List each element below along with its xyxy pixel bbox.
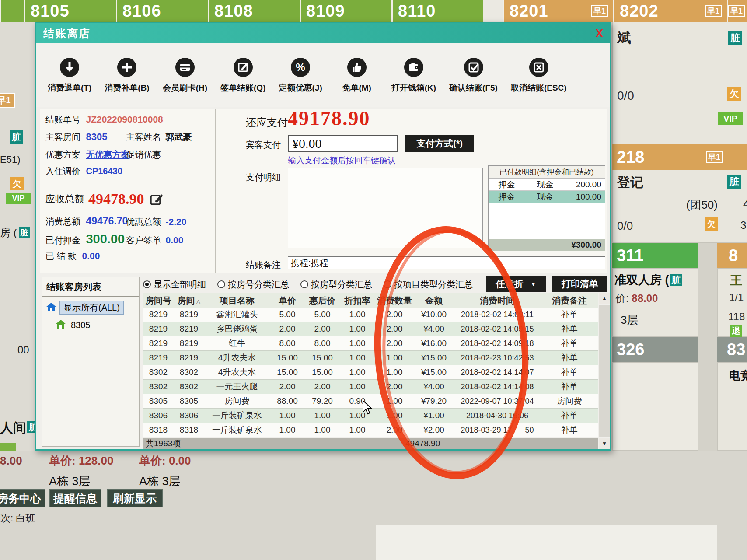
room-card-83x-header[interactable]: 83 [717,337,747,362]
room-card-header[interactable]: 8202早1 [613,0,727,22]
discount-row: 优惠总额 -2.20 [126,216,186,228]
column-header[interactable]: 折扣率 [340,295,375,307]
table-cell: ¥4.00 [414,382,454,392]
cash-drawer-button[interactable]: 打开钱箱(K) [391,57,436,94]
breakfast-badge: 早1 [705,5,722,17]
plan-link[interactable]: 无优惠方案 [86,150,129,159]
room-card-8xx-body[interactable]: 王 1/1 118 退 [717,268,747,337]
table-cell: 2018-04-30 16:06 [454,411,541,420]
table-row[interactable]: 83058305房间费88.0079.200.901.00¥79.202022-… [143,394,598,409]
adjust-link[interactable]: CP16430 [86,166,122,176]
percent-button[interactable]: %定额优惠(J) [279,57,322,94]
table-row[interactable]: 830283024升农夫水15.0015.001.001.00¥15.00201… [143,365,598,380]
table-cell: 补单 [541,424,598,436]
pay-hint: 输入支付金额后按回车键确认 [288,155,396,166]
table-cell: 8219 [143,324,174,334]
paid-type: 押金 [489,191,525,203]
paid-detail-title: 已付款明细(含押金和已结款) [489,166,605,178]
pay-method-button[interactable]: 支付方式(*) [405,135,474,152]
print-list-button[interactable]: 打印清单 [552,276,607,292]
dialog-titlebar[interactable]: 结账离店 X [36,23,610,43]
sign-bill-button[interactable]: 签单结账(Q) [220,57,265,94]
room-number: 8202 [614,2,659,21]
table-cell: 5.00 [270,310,305,319]
room-card-218-header[interactable]: 218 早1 [612,144,747,170]
member-card-button[interactable]: 会员刷卡(H) [163,57,207,94]
checkout-dialog: 结账离店 X 消费退单(T)消费补单(B)会员刷卡(H)签单结账(Q)%定额优惠… [35,22,611,451]
table-cell: 补单 [541,352,598,364]
scroll-down-icon[interactable]: ▼ [599,438,610,449]
table-cell: 1.00 [340,411,375,420]
table-cell: 红牛 [204,338,270,349]
room-card-header[interactable] [0,0,24,22]
room-card-218-body[interactable]: 登记 脏 (团50) 4 0/0 欠 39 [612,170,747,243]
table-cell: 1.00 [340,368,375,377]
room-list-item[interactable]: 8305 [55,319,139,331]
room-card-header[interactable]: 8105 [24,0,116,22]
room-card-83x-body[interactable]: 电竞 [717,362,747,451]
filter-radio-2[interactable]: 按房型分类汇总 [300,279,372,290]
room-number: 8 [729,246,738,265]
room-card-311-header[interactable]: 311 [612,243,698,268]
filter-label: 按项目类型分类汇总 [394,279,473,290]
room-card-8xx-header[interactable]: 8 [717,243,747,268]
confirm-button[interactable]: 确认结账(F5) [449,57,498,94]
scroll-up-icon[interactable]: ▲ [599,293,610,304]
table-cell: ¥16.00 [414,339,454,348]
column-header[interactable]: 消费备注 [541,295,598,307]
close-icon[interactable]: X [596,27,603,40]
thumb-up-button[interactable]: 免单(M) [335,57,378,94]
room-card-326-header[interactable]: 326 [612,337,698,362]
pay-detail-box[interactable] [288,168,483,248]
column-header[interactable]: 项目名称 [204,295,270,307]
paid-row[interactable]: 押金现金200.00 [489,178,605,191]
filter-radio-0[interactable]: 显示全部明细 [143,279,206,290]
room-card-311-body[interactable]: 准双人房 ( 脏 价: 88.00 3层 [612,268,698,337]
table-row[interactable]: 821982194升农夫水15.0015.001.001.00¥15.00201… [143,351,598,365]
discount-label: 优惠总额 [126,217,161,227]
column-header[interactable]: 房间号 [143,295,174,307]
room-grid-bottom: 8.00 单价: 128.00 单价: 0.00 A栋 3层 A栋 3层 房务中… [0,451,747,560]
any-discount-button[interactable]: 任意折 ▼ [486,276,546,292]
filter-radio-3[interactable]: 按项目类型分类汇总 [384,279,473,290]
bottom-button-2[interactable]: 刷新显示 [107,489,163,508]
room-card-header[interactable]: 8110 [391,0,483,22]
room-card-header[interactable]: 早1 [727,0,747,22]
group-tag: (团50) [686,197,718,213]
table-cell: ¥15.00 [414,353,454,363]
table-row[interactable]: 83188318一斤装矿泉水1.001.001.002.00¥2.002018-… [143,423,598,438]
bottom-button-0[interactable]: 房务中心 [0,489,45,508]
table-row[interactable]: 83068306一斤装矿泉水1.001.001.001.00¥1.002018-… [143,409,598,423]
edit-icon[interactable] [150,192,164,206]
cancel-button[interactable]: 取消结账(ESC) [511,57,567,94]
scrollbar-track[interactable] [599,305,610,437]
column-header[interactable]: 消费时间 [454,295,541,307]
column-header[interactable]: 金额 [414,295,454,307]
bottom-button-1[interactable]: 提醒信息 [49,489,101,508]
table-row[interactable]: 82198219乡巴佬鸡蛋2.002.001.002.00¥4.002018-0… [143,322,598,336]
paid-row[interactable]: 押金现金100.00 [489,191,605,203]
add-order-button[interactable]: 消费补单(B) [105,57,149,94]
room-type-fragment: 人间 [0,419,26,437]
room-card-8202-body[interactable]: 斌 脏 0/0 欠 VIP [612,22,747,144]
member-card-icon [175,57,195,80]
remark-input[interactable]: 携程:携程 [288,256,605,270]
room-list-item[interactable]: 显示所有(ALL) [45,301,139,315]
room-card-326-body[interactable] [612,362,698,451]
guest-pay-input[interactable]: ¥0.00 [288,135,398,152]
unit-price-1: 单价: 128.00 [49,453,113,469]
filter-radio-1[interactable]: 按房号分类汇总 [217,279,289,290]
column-header[interactable]: 房间△ [174,295,204,307]
table-row[interactable]: 83028302一元王火腿2.002.001.002.00¥4.002018-0… [143,380,598,394]
room-card-header[interactable]: 8201早1 [503,0,613,22]
room-card-header[interactable]: 8108 [208,0,300,22]
column-header[interactable]: 消费数量 [375,295,414,307]
column-header[interactable]: 单价 [270,295,305,307]
refund-button[interactable]: 消费退单(T) [48,57,91,94]
room-card-header[interactable]: 8109 [300,0,391,22]
column-header[interactable]: 惠后价 [305,295,340,307]
table-row[interactable]: 82198219鑫湘汇罐头5.005.001.002.00¥10.002018-… [143,308,598,322]
room-card-header[interactable]: 8106 [116,0,208,22]
table-row[interactable]: 82198219红牛8.008.001.002.00¥16.002018-02-… [143,336,598,351]
remark-label: 结账备注 [246,259,281,271]
